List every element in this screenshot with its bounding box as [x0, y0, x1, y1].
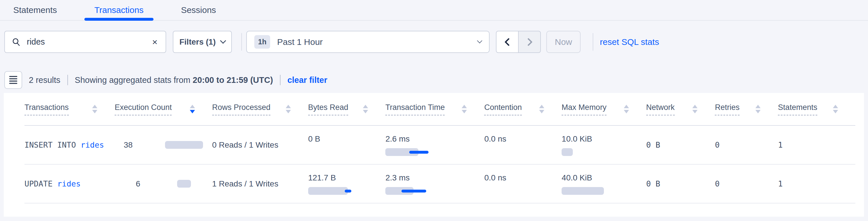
max-memory-value: 10.0 KiB [562, 134, 646, 144]
column-header-retries[interactable]: Retries [715, 93, 778, 125]
sql-statement: INSERT INTO [25, 140, 81, 149]
search-input[interactable] [27, 37, 151, 46]
reset-sql-stats-link[interactable]: reset SQL stats [600, 31, 659, 53]
time-range-badge: 1h [254, 35, 270, 49]
max-memory-cell: 10.0 KiB [562, 126, 646, 164]
execution-count-cell: 38 [115, 126, 212, 164]
text-divider [67, 75, 68, 85]
transactions-table-card: TransactionsExecution CountRows Processe… [4, 93, 864, 217]
next-time-button[interactable] [518, 31, 541, 53]
column-label: Rows Processed [212, 103, 271, 116]
rows-processed-cell: 0 Reads / 1 Writes [212, 126, 308, 164]
text-divider [280, 75, 280, 85]
retries-value: 0 [715, 179, 778, 188]
column-label: Transaction Time [385, 103, 445, 116]
tab-sessions[interactable]: Sessions [171, 0, 226, 20]
column-header-contention[interactable]: Contention [484, 93, 562, 125]
column-header-transactions[interactable]: Transactions [25, 93, 115, 125]
column-header-bytes-read[interactable]: Bytes Read [308, 93, 385, 125]
time-range-picker[interactable]: 1h Past 1 Hour [246, 31, 490, 53]
sort-desc-triangle [92, 110, 97, 114]
sort-asc-triangle [833, 105, 838, 108]
sql-statement: UPDATE [25, 179, 57, 188]
search-box[interactable]: × [4, 31, 166, 53]
network-cell: 0 B [646, 165, 715, 203]
column-header-execution-count[interactable]: Execution Count [115, 93, 212, 125]
clear-filter-link[interactable]: clear filter [287, 75, 328, 85]
column-header-statements[interactable]: Statements [778, 93, 855, 125]
column-header-network[interactable]: Network [646, 93, 715, 125]
filters-button[interactable]: Filters (1) [173, 31, 232, 53]
sort-desc-triangle [286, 110, 291, 114]
column-label: Bytes Read [308, 103, 348, 116]
table-row: UPDATE rides61 Reads / 1 Writes121.7 B2.… [25, 165, 855, 203]
bar [562, 187, 604, 195]
tab-bar: Statements Transactions Sessions [0, 0, 868, 21]
sort-desc-triangle [692, 110, 698, 114]
sort-icon[interactable] [755, 105, 761, 114]
results-count: 2 results [29, 75, 60, 85]
statements-value: 1 [778, 179, 855, 188]
sort-icon[interactable] [624, 105, 629, 114]
sort-icon[interactable] [539, 105, 544, 114]
sql-activity-page: Statements Transactions Sessions × Filte… [0, 0, 868, 221]
chevron-down-icon [477, 38, 482, 43]
sort-icon[interactable] [190, 105, 195, 114]
transaction-time-cell: 2.6 ms [385, 126, 484, 164]
clear-search-icon[interactable]: × [151, 37, 159, 46]
sort-icon[interactable] [363, 105, 368, 114]
table-link[interactable]: rides [57, 179, 81, 188]
sort-asc-triangle [286, 105, 291, 108]
column-label: Contention [484, 103, 522, 116]
results-bar: 2 results Showing aggregated stats from … [0, 71, 868, 89]
column-header-rows-processed[interactable]: Rows Processed [212, 93, 308, 125]
statements-cell: 1 [778, 165, 855, 203]
tab-statements[interactable]: Statements [3, 0, 67, 20]
sort-icon[interactable] [462, 105, 467, 114]
table-row: INSERT INTO rides380 Reads / 1 Writes0 B… [25, 126, 855, 165]
execution-count-value: 38 [124, 140, 165, 150]
retries-value: 0 [715, 140, 778, 149]
column-header-transaction-time[interactable]: Transaction Time [385, 93, 484, 125]
prev-time-button[interactable] [496, 31, 518, 53]
contention-cell: 0.0 ns [485, 126, 562, 164]
tab-transactions[interactable]: Transactions [84, 0, 154, 20]
time-pager [496, 31, 541, 53]
filters-label: Filters (1) [179, 37, 216, 46]
transaction-fingerprint: UPDATE rides [25, 179, 115, 188]
max-memory-value: 40.0 KiB [562, 173, 646, 183]
column-label: Statements [778, 103, 817, 116]
retries-cell: 0 [715, 165, 778, 203]
sort-icon[interactable] [92, 105, 97, 114]
column-label: Execution Count [115, 103, 172, 116]
transaction-time-value: 2.3 ms [385, 173, 484, 183]
column-header-max-memory[interactable]: Max Memory [562, 93, 646, 125]
statements-value: 1 [778, 140, 855, 149]
toolbar-divider [241, 33, 242, 51]
now-button[interactable]: Now [546, 31, 581, 53]
toolbar-divider [593, 33, 593, 51]
column-label: Retries [715, 103, 740, 116]
table-link[interactable]: rides [81, 140, 104, 149]
sort-asc-triangle [692, 105, 698, 108]
sort-icon[interactable] [286, 105, 291, 114]
sort-asc-triangle [624, 105, 629, 108]
toolbar: × Filters (1) 1h Past 1 Hour Now reset S… [0, 31, 868, 53]
statements-cell: 1 [778, 126, 855, 164]
time-range-text: 20:00 to 21:59 (UTC) [193, 75, 273, 85]
search-icon [12, 38, 21, 46]
time-range-label: Past 1 Hour [277, 37, 322, 47]
bytes-read-cell: 121.7 B [308, 165, 385, 203]
execution-count-value: 6 [136, 179, 177, 188]
chevron-right-icon [524, 38, 532, 46]
bar-chart [385, 187, 413, 195]
column-selector-button[interactable] [4, 71, 22, 89]
bar-chart [385, 148, 418, 156]
menu-lines-icon [9, 75, 18, 85]
sort-icon[interactable] [833, 105, 838, 114]
transaction-time-value: 2.6 ms [385, 134, 484, 144]
bar [562, 148, 573, 156]
bar-chart [308, 187, 348, 195]
sort-icon[interactable] [692, 105, 698, 114]
retries-cell: 0 [715, 126, 778, 164]
